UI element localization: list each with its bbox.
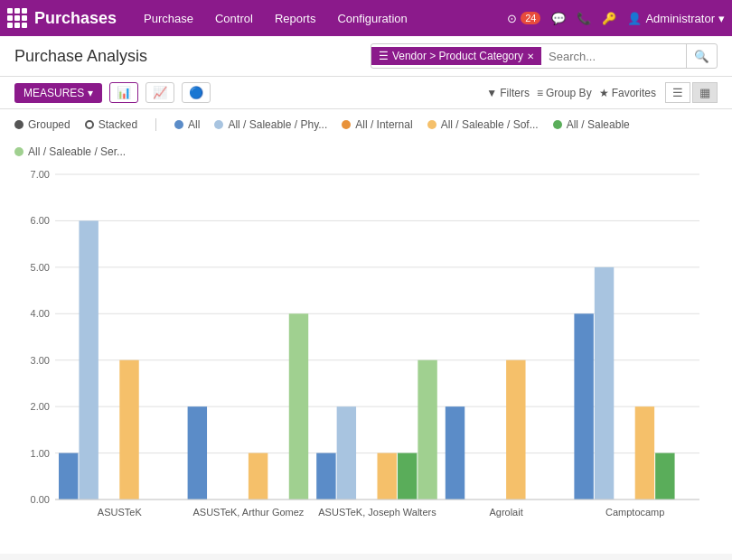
legend-saleable-ser-label: All / Saleable / Ser... bbox=[28, 145, 126, 158]
user-menu-chevron: ▾ bbox=[718, 12, 725, 25]
svg-rect-36 bbox=[655, 453, 674, 499]
group-by-label: Group By bbox=[546, 87, 592, 99]
svg-rect-17 bbox=[79, 220, 98, 499]
legend-saleable-ser: All / Saleable / Ser... bbox=[14, 145, 126, 158]
group-by-icon: ≡ bbox=[537, 87, 543, 99]
svg-rect-27 bbox=[398, 453, 417, 499]
svg-text:0.00: 0.00 bbox=[31, 494, 50, 505]
app-title: Purchases bbox=[34, 9, 117, 28]
svg-text:4.00: 4.00 bbox=[31, 308, 50, 319]
search-tag[interactable]: ☰ Vendor > Product Category ✕ bbox=[371, 47, 541, 65]
app-logo[interactable]: Purchases bbox=[7, 8, 117, 28]
legend-grouped: Grouped bbox=[14, 118, 70, 131]
svg-rect-16 bbox=[59, 453, 78, 499]
legend-all: All bbox=[174, 118, 200, 131]
legend-saleable-sof-label: All / Saleable / Sof... bbox=[441, 118, 539, 131]
svg-text:ASUSTeK, Arthur Gomez: ASUSTeK, Arthur Gomez bbox=[192, 507, 304, 518]
line-chart-button[interactable]: 📈 bbox=[145, 82, 174, 103]
search-input[interactable] bbox=[541, 50, 686, 63]
legend-stacked: Stacked bbox=[85, 118, 137, 131]
menu-reports[interactable]: Reports bbox=[266, 6, 325, 31]
svg-text:1.00: 1.00 bbox=[31, 448, 50, 459]
measures-button[interactable]: MEASURES ▾ bbox=[14, 83, 102, 103]
svg-text:ASUSTeK, Joseph Walters: ASUSTeK, Joseph Walters bbox=[318, 507, 436, 518]
svg-text:6.00: 6.00 bbox=[31, 215, 50, 226]
user-menu[interactable]: 👤 Administrator ▾ bbox=[627, 12, 725, 25]
svg-rect-28 bbox=[418, 360, 436, 499]
svg-rect-22 bbox=[289, 313, 308, 499]
menu-purchase[interactable]: Purchase bbox=[135, 6, 202, 31]
svg-rect-30 bbox=[446, 406, 465, 499]
grouped-dot bbox=[14, 120, 23, 129]
pie-chart-button[interactable]: 🔵 bbox=[182, 82, 211, 103]
svg-text:3.00: 3.00 bbox=[31, 355, 50, 366]
svg-text:Agrolait: Agrolait bbox=[489, 507, 522, 518]
legend-saleable-phy-label: All / Saleable / Phy... bbox=[228, 118, 327, 131]
svg-rect-26 bbox=[378, 453, 397, 499]
notifications-icon[interactable]: ⊙ 24 bbox=[507, 12, 540, 25]
chart-container: Grouped Stacked All All / Saleable / Phy… bbox=[0, 109, 732, 554]
menu-control[interactable]: Control bbox=[206, 6, 262, 31]
filters-button[interactable]: ▼ Filters bbox=[486, 87, 530, 99]
measures-chevron: ▾ bbox=[88, 87, 93, 99]
svg-rect-34 bbox=[595, 267, 614, 499]
legend-internal: All / Internal bbox=[342, 118, 412, 131]
phone-icon[interactable]: 📞 bbox=[577, 12, 591, 25]
svg-rect-20 bbox=[188, 406, 207, 499]
legend-saleable-phy: All / Saleable / Phy... bbox=[214, 118, 327, 131]
search-bar: ☰ Vendor > Product Category ✕ 🔍 bbox=[371, 43, 718, 69]
list-view-button[interactable]: ☰ bbox=[665, 82, 690, 103]
toolbar-right: ▼ Filters ≡ Group By ★ Favorites ☰ ▦ bbox=[486, 82, 718, 103]
svg-rect-33 bbox=[574, 313, 593, 499]
page-title: Purchase Analysis bbox=[14, 47, 147, 66]
filter-group: ▼ Filters ≡ Group By ★ Favorites bbox=[486, 87, 656, 99]
main-menu: Purchase Control Reports Configuration bbox=[135, 6, 507, 31]
legend-saleable-label: All / Saleable bbox=[567, 118, 630, 131]
legend-internal-label: All / Internal bbox=[355, 118, 412, 131]
bar-chart: 0.001.002.003.004.005.006.007.00ASUSTeKA… bbox=[14, 165, 718, 545]
grid-view-button[interactable]: ▦ bbox=[692, 82, 718, 103]
view-buttons: ☰ ▦ bbox=[665, 82, 718, 103]
svg-text:2.00: 2.00 bbox=[31, 401, 50, 412]
svg-rect-31 bbox=[506, 360, 525, 499]
svg-rect-35 bbox=[635, 406, 654, 499]
legend-saleable: All / Saleable bbox=[553, 118, 630, 131]
filter-icon: ▼ bbox=[486, 87, 497, 99]
legend-saleable-sof: All / Saleable / Sof... bbox=[427, 118, 539, 131]
stacked-circle bbox=[85, 120, 94, 129]
subheader: Purchase Analysis ☰ Vendor > Product Cat… bbox=[0, 36, 732, 77]
svg-rect-24 bbox=[316, 453, 335, 499]
toolbar: MEASURES ▾ 📊 📈 🔵 ▼ Filters ≡ Group By ★ … bbox=[0, 77, 732, 109]
svg-rect-21 bbox=[249, 453, 267, 499]
login-icon[interactable]: 🔑 bbox=[602, 12, 616, 25]
search-tag-icon: ☰ bbox=[379, 50, 389, 62]
legend-all-label: All bbox=[188, 118, 200, 131]
top-navigation: Purchases Purchase Control Reports Confi… bbox=[0, 0, 732, 36]
svg-rect-18 bbox=[119, 360, 138, 499]
topnav-right: ⊙ 24 💬 📞 🔑 👤 Administrator ▾ bbox=[507, 12, 725, 25]
chart-legend: Grouped Stacked All All / Saleable / Phy… bbox=[14, 118, 718, 158]
svg-text:ASUSTeK: ASUSTeK bbox=[98, 507, 143, 518]
chart-svg-wrapper: 0.001.002.003.004.005.006.007.00ASUSTeKA… bbox=[14, 165, 718, 545]
legend-divider bbox=[155, 118, 156, 131]
grid-icon bbox=[7, 8, 27, 28]
grouped-label: Grouped bbox=[28, 118, 70, 131]
menu-configuration[interactable]: Configuration bbox=[328, 6, 416, 31]
search-tag-text: Vendor > Product Category bbox=[392, 50, 523, 62]
favorites-button[interactable]: ★ Favorites bbox=[599, 87, 656, 99]
search-tag-close[interactable]: ✕ bbox=[527, 51, 534, 61]
group-by-button[interactable]: ≡ Group By bbox=[537, 87, 592, 99]
favorites-label: Favorites bbox=[612, 87, 656, 99]
measures-label: MEASURES bbox=[23, 87, 84, 99]
chat-icon[interactable]: 💬 bbox=[551, 12, 566, 25]
svg-rect-25 bbox=[337, 406, 356, 499]
bar-chart-button[interactable]: 📊 bbox=[109, 82, 138, 103]
toolbar-left: MEASURES ▾ 📊 📈 🔵 bbox=[14, 82, 211, 103]
search-button[interactable]: 🔍 bbox=[686, 44, 717, 68]
filters-label: Filters bbox=[500, 87, 530, 99]
svg-text:5.00: 5.00 bbox=[31, 262, 50, 273]
svg-text:7.00: 7.00 bbox=[31, 169, 50, 180]
stacked-label: Stacked bbox=[99, 118, 137, 131]
star-icon: ★ bbox=[599, 87, 609, 99]
notification-badge: 24 bbox=[521, 12, 540, 24]
